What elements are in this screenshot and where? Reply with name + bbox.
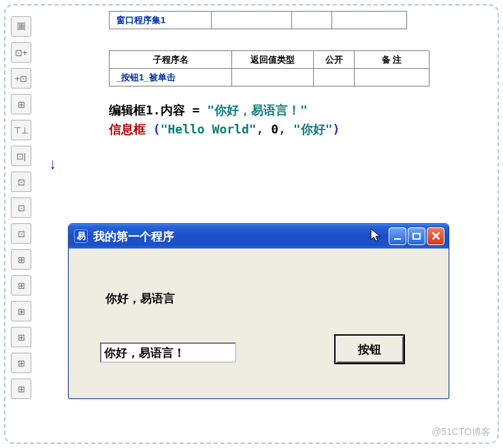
tool-icon[interactable]: ⊞ xyxy=(11,249,31,270)
programset-name-cell[interactable]: 窗口程序集1 xyxy=(110,12,212,29)
titlebar[interactable]: 易 我的第一个程序 ✕ xyxy=(69,224,449,249)
col-header: 备 注 xyxy=(355,51,429,69)
tool-icon[interactable]: ⊞ xyxy=(11,275,31,295)
programset-table: 窗口程序集1 xyxy=(109,11,407,29)
subroutine-name-cell[interactable]: _按钮1_被单击 xyxy=(110,69,232,86)
greeting-label: 你好，易语言 xyxy=(106,291,175,306)
tool-icon[interactable]: ⊞ xyxy=(11,94,31,114)
tool-icon[interactable]: +⊡ xyxy=(11,68,31,89)
close-button[interactable]: ✕ xyxy=(427,227,444,245)
tool-icon[interactable]: 圖 xyxy=(11,16,31,37)
code-line-2: 信息框 ("Hello World", 0, "你好") xyxy=(109,120,340,139)
code-line-1: 编辑框1.内容 = "你好，易语言！" xyxy=(109,101,340,120)
tool-icon[interactable]: ⊞ xyxy=(11,301,31,321)
down-arrow-icon: ↓ xyxy=(49,155,56,173)
minimize-button[interactable] xyxy=(389,227,406,245)
empty-cell[interactable] xyxy=(232,69,314,86)
col-header: 返回值类型 xyxy=(232,51,314,69)
cursor-icon xyxy=(370,227,383,246)
empty-cell xyxy=(292,12,332,29)
empty-cell[interactable] xyxy=(355,69,429,86)
tool-icon[interactable]: ⊞ xyxy=(11,379,31,399)
tool-icon[interactable]: ⊡| xyxy=(11,146,31,166)
col-header: 子程序名 xyxy=(110,51,232,69)
tool-icon[interactable]: ⊡ xyxy=(11,172,31,192)
subroutine-table: 子程序名 返回值类型 公开 备 注 _按钮1_被单击 xyxy=(109,50,429,86)
action-button[interactable]: 按钮 xyxy=(336,336,404,363)
tool-icon[interactable]: ⊞ xyxy=(11,353,31,373)
app-window: 易 我的第一个程序 ✕ 你好，易语言 按钮 xyxy=(68,223,449,399)
tool-icon[interactable]: ⊤⊥ xyxy=(11,120,31,140)
maximize-button[interactable] xyxy=(408,227,425,245)
tool-icon[interactable]: ⊞ xyxy=(11,327,31,347)
empty-cell xyxy=(212,12,292,29)
tool-icon[interactable]: ⊡ xyxy=(11,197,31,218)
watermark-text: @51CTO博客 xyxy=(432,426,491,438)
app-icon: 易 xyxy=(74,229,88,243)
edit-box-1[interactable] xyxy=(100,342,236,363)
empty-cell[interactable] xyxy=(314,69,355,86)
tool-icon[interactable]: ⊡ xyxy=(11,223,31,244)
side-toolbar: 圖 ⊡+ +⊡ ⊞ ⊤⊥ ⊡| ⊡ ⊡ ⊡ ⊞ ⊞ ⊞ ⊞ ⊞ ⊞ xyxy=(11,11,34,399)
code-area[interactable]: 编辑框1.内容 = "你好，易语言！" 信息框 ("Hello World", … xyxy=(109,101,340,139)
client-area: 你好，易语言 按钮 xyxy=(71,249,446,396)
empty-cell xyxy=(332,12,407,29)
col-header: 公开 xyxy=(314,51,355,69)
window-title: 我的第一个程序 xyxy=(93,229,370,244)
tool-icon[interactable]: ⊡+ xyxy=(11,42,31,63)
